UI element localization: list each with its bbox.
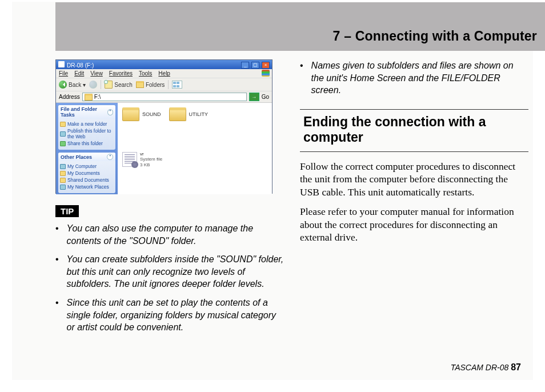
right-column: Names given to subfolders and files are …	[300, 59, 528, 250]
explorer-body: File and Folder Tasks˄ Make a new folder…	[56, 103, 272, 194]
tip-badge: TIP	[55, 205, 79, 217]
folder-utility[interactable]: UTILITY	[169, 107, 209, 121]
folder-sound[interactable]: SOUND	[122, 107, 161, 121]
search-icon	[105, 81, 113, 89]
forward-icon[interactable]	[89, 81, 97, 89]
menu-help[interactable]: Help	[158, 70, 170, 77]
page-footer: TASCAM DR-08 87	[451, 362, 521, 373]
documents-icon	[60, 171, 66, 176]
paragraph: Follow the correct computer procedures t…	[300, 160, 528, 198]
search-button[interactable]: Search	[105, 81, 133, 89]
views-button[interactable]	[172, 81, 182, 89]
menu-edit[interactable]: Edit	[74, 70, 84, 77]
go-label: Go	[262, 94, 269, 100]
collapse-icon[interactable]: ˄	[107, 154, 113, 160]
toolbar: Back ▾ Search Folders	[56, 78, 272, 91]
left-column: DR-08 (F:) _ ▢ × File Edit View Favorite…	[55, 59, 284, 340]
tip-list: You can also use the computer to manage …	[55, 222, 284, 334]
collapse-icon[interactable]: ˄	[107, 109, 113, 115]
publish-icon	[60, 131, 66, 137]
file-view: SOUND UTILITY vr System file 3 KB	[118, 103, 272, 194]
list-item: Names given to subfolders and files are …	[300, 59, 528, 97]
back-button[interactable]: Back ▾	[59, 81, 86, 89]
place-my-documents[interactable]: My Documents	[60, 170, 114, 177]
address-value: F:\	[94, 94, 101, 100]
window-title: DR-08 (F:)	[67, 62, 94, 69]
list-item: You can also use the computer to manage …	[55, 222, 284, 247]
folders-button[interactable]: Folders	[136, 81, 165, 88]
menu-tools[interactable]: Tools	[139, 70, 152, 77]
menu-file[interactable]: File	[59, 70, 68, 77]
maximize-icon[interactable]: ▢	[251, 62, 259, 69]
address-field[interactable]: F:\	[82, 93, 247, 101]
rule	[300, 109, 528, 110]
place-my-computer[interactable]: My Computer	[60, 163, 114, 170]
page-sheet: 7 – Connecting with a Computer DR-08 (F:…	[13, 2, 532, 379]
file-item[interactable]: vr System file 3 KB	[122, 151, 267, 168]
rule	[300, 151, 528, 152]
list-item: You can create subfolders inside the "SO…	[55, 253, 284, 290]
notes-list: Names given to subfolders and files are …	[300, 59, 528, 97]
separator	[101, 80, 101, 89]
separator	[168, 80, 169, 89]
folder-icon	[122, 107, 139, 121]
xp-logo-icon	[262, 70, 270, 77]
file-meta: vr System file 3 KB	[140, 151, 162, 168]
new-folder-icon	[60, 122, 66, 127]
folders-icon	[136, 81, 144, 88]
network-icon	[60, 185, 66, 190]
panel-title: File and Folder Tasks	[61, 106, 107, 118]
minimize-icon[interactable]: _	[241, 62, 249, 69]
window-controls: _ ▢ ×	[241, 61, 270, 69]
shared-docs-icon	[60, 178, 66, 183]
drive-icon	[85, 94, 93, 101]
menu-view[interactable]: View	[90, 70, 103, 77]
header-bar: 7 – Connecting with a Computer	[55, 2, 545, 51]
other-places-panel: Other Places˄ My Computer My Documents S…	[58, 153, 115, 193]
file-folder-tasks-panel: File and Folder Tasks˄ Make a new folder…	[58, 105, 115, 150]
folder-icon	[169, 107, 186, 121]
place-shared-documents[interactable]: Shared Documents	[60, 177, 114, 183]
window-titlebar: DR-08 (F:) _ ▢ ×	[56, 60, 272, 69]
system-file-icon	[122, 152, 137, 167]
address-label: Address	[59, 94, 80, 100]
task-new-folder[interactable]: Make a new folder	[60, 121, 114, 127]
task-share[interactable]: Share this folder	[60, 140, 114, 147]
place-network[interactable]: My Network Places	[60, 183, 114, 190]
list-item: Since this unit can be set to play the c…	[55, 297, 284, 334]
chapter-title: 7 – Connecting with a Computer	[333, 29, 537, 44]
computer-icon	[60, 164, 66, 169]
drive-icon	[58, 61, 65, 67]
panel-title: Other Places	[61, 154, 92, 160]
go-button[interactable]: →	[249, 93, 259, 101]
task-publish[interactable]: Publish this folder to the Web	[60, 127, 114, 140]
back-icon	[59, 81, 67, 89]
page-number: 87	[511, 362, 521, 372]
close-icon[interactable]: ×	[262, 62, 270, 69]
paragraph: Please refer to your computer manual for…	[300, 205, 528, 243]
section-heading: Ending the connection with a computer	[300, 114, 528, 146]
menu-favorites[interactable]: Favorites	[109, 70, 133, 77]
task-pane: File and Folder Tasks˄ Make a new folder…	[56, 103, 118, 194]
explorer-screenshot: DR-08 (F:) _ ▢ × File Edit View Favorite…	[55, 59, 272, 194]
share-icon	[60, 141, 66, 146]
address-bar: Address F:\ → Go	[56, 91, 272, 103]
menu-bar: File Edit View Favorites Tools Help	[56, 69, 272, 78]
